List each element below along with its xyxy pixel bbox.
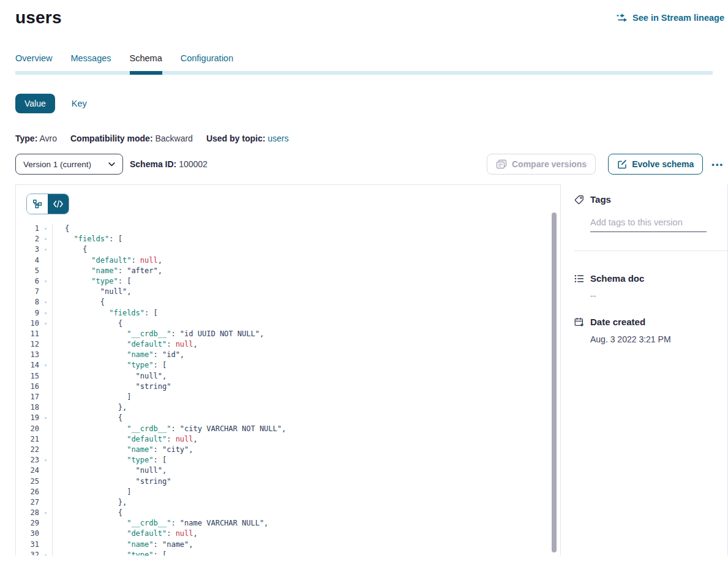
fold-toggle-icon[interactable]: ▾	[39, 508, 52, 518]
line-number: 22	[16, 445, 39, 455]
schema-content: 1▾{2▾ "fields": [3▾ {4 "default": null,5…	[15, 184, 728, 555]
tag-icon	[574, 195, 584, 205]
fold-toggle-icon[interactable]: ▾	[39, 550, 52, 555]
compatibility-label: Compatibility mode:	[70, 134, 153, 143]
fold-spacer	[39, 529, 52, 539]
fold-toggle-icon[interactable]: ▾	[39, 413, 52, 423]
fold-spacer	[39, 497, 52, 508]
list-icon	[574, 274, 584, 284]
chevron-down-icon	[108, 162, 115, 167]
tree-view-button[interactable]	[27, 194, 48, 214]
schema-sidebar: Tags Schema doc --	[569, 184, 728, 555]
fold-toggle-icon[interactable]: ▾	[39, 318, 52, 329]
fold-toggle-icon[interactable]: ▾	[39, 308, 52, 318]
page-header: users See in Stream lineage	[15, 0, 728, 28]
fold-spacer	[39, 382, 52, 392]
line-number: 15	[16, 371, 39, 382]
fold-toggle-icon[interactable]: ▾	[39, 276, 52, 287]
date-created-title: Date created	[590, 317, 645, 327]
schema-id: Schema ID: 100002	[130, 159, 208, 169]
code-text: ]	[52, 392, 560, 402]
code-text: {	[52, 413, 560, 423]
line-number: 5	[16, 266, 39, 276]
add-tags-input[interactable]	[590, 217, 707, 232]
fold-spacer	[39, 392, 52, 402]
tab-messages[interactable]: Messages	[70, 53, 111, 71]
schema-meta: Type: Avro Compatibility mode: Backward …	[15, 134, 728, 143]
more-options-button[interactable]: •••	[711, 160, 724, 169]
code-line: 32▾ "type": [	[16, 550, 560, 555]
code-view-button[interactable]	[48, 194, 69, 214]
code-line: 26 ]	[16, 487, 560, 497]
meta-topic: Used by topic: users	[206, 134, 289, 143]
code-text: "name": "after",	[52, 266, 560, 276]
type-value: Avro	[39, 134, 57, 143]
stream-lineage-icon	[617, 13, 628, 23]
line-number: 14	[16, 360, 39, 371]
code-view-icon	[53, 200, 63, 208]
code-text: {	[52, 297, 560, 307]
fold-spacer	[39, 287, 52, 297]
fold-toggle-icon[interactable]: ▾	[39, 234, 52, 244]
stream-lineage-link[interactable]: See in Stream lineage	[617, 13, 724, 23]
stream-lineage-label: See in Stream lineage	[632, 13, 724, 23]
code-text: "string"	[52, 382, 560, 392]
fold-toggle-icon[interactable]: ▾	[39, 455, 52, 465]
meta-compatibility: Compatibility mode: Backward	[70, 134, 193, 143]
schema-id-label: Schema ID:	[130, 159, 176, 169]
code-lines: 1▾{2▾ "fields": [3▾ {4 "default": null,5…	[16, 224, 560, 555]
version-select[interactable]: Version 1 (current)	[15, 154, 123, 175]
evolve-schema-button[interactable]: Evolve schema	[608, 154, 703, 175]
fold-toggle-icon[interactable]: ▾	[39, 224, 52, 234]
value-toggle-button[interactable]: Value	[15, 94, 55, 113]
code-text: "null",	[52, 371, 560, 382]
fold-toggle-icon[interactable]: ▾	[39, 244, 52, 255]
line-number: 24	[16, 465, 39, 476]
code-line: 7 "null",	[16, 287, 560, 297]
code-line: 30 "default": null,	[16, 529, 560, 539]
date-created-value: Aug. 3 2022 3:21 PM	[590, 334, 727, 344]
fold-toggle-icon[interactable]: ▾	[39, 297, 52, 307]
line-number: 28	[16, 508, 39, 518]
fold-spacer	[39, 518, 52, 529]
code-text: "default": null,	[52, 339, 560, 350]
line-number: 26	[16, 487, 39, 497]
version-select-value: Version 1 (current)	[23, 160, 91, 169]
schema-id-value: 100002	[179, 159, 208, 169]
code-line: 1▾{	[16, 224, 560, 234]
line-number: 2	[16, 234, 39, 244]
code-line: 20 "__crdb__": "city VARCHAR NOT NULL",	[16, 424, 560, 434]
schema-doc-section: Schema doc --	[574, 273, 727, 301]
fold-spacer	[39, 350, 52, 360]
code-text: {	[52, 318, 560, 329]
fold-spacer	[39, 434, 52, 445]
compare-versions-button: Compare versions	[487, 154, 596, 175]
tab-configuration[interactable]: Configuration	[181, 53, 233, 71]
code-text: "name": "name",	[52, 540, 560, 550]
code-line: 27 },	[16, 497, 560, 508]
line-number: 16	[16, 382, 39, 392]
tags-header: Tags	[574, 194, 727, 205]
code-text: },	[52, 402, 560, 413]
tab-schema[interactable]: Schema	[130, 53, 162, 75]
code-line: 13 "name": "id",	[16, 350, 560, 360]
compatibility-value: Backward	[155, 134, 192, 143]
fold-toggle-icon[interactable]: ▾	[39, 360, 52, 371]
code-text: {	[52, 224, 560, 234]
tags-section: Tags	[574, 194, 727, 232]
line-number: 9	[16, 308, 39, 318]
key-toggle-button[interactable]: Key	[72, 99, 87, 108]
date-created-section: Date created Aug. 3 2022 3:21 PM	[574, 317, 727, 344]
line-number: 17	[16, 392, 39, 402]
topic-link[interactable]: users	[268, 134, 288, 143]
page-title: users	[15, 8, 62, 28]
vertical-scrollbar[interactable]	[552, 213, 557, 552]
line-number: 1	[16, 224, 39, 234]
code-line: 12 "default": null,	[16, 339, 560, 350]
code-line: 4 "default": null,	[16, 255, 560, 266]
tab-overview[interactable]: Overview	[15, 53, 52, 71]
code-text: "type": [	[52, 360, 560, 371]
fold-spacer	[39, 476, 52, 487]
code-text: "fields": [	[52, 234, 560, 244]
compare-versions-label: Compare versions	[512, 159, 587, 169]
